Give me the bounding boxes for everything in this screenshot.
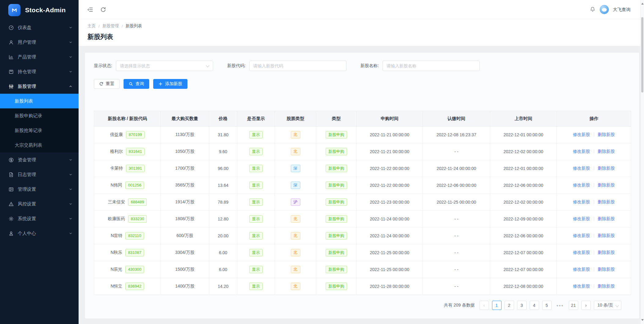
add-stock-button[interactable]: 添加新股: [153, 79, 187, 89]
scroll-up-arrow-icon[interactable]: [641, 2, 644, 5]
search-button[interactable]: 查询: [124, 79, 149, 89]
list-time-cell: 2022-12-02 00:00:00: [490, 143, 557, 160]
page-number-button[interactable]: 21: [569, 301, 578, 310]
table-row: N秋乐831087 3304/万股 6.00 显示 北 新股申购 2022-11…: [94, 244, 631, 261]
reload-icon[interactable]: [100, 6, 106, 13]
app-logo[interactable]: Stock-Admin: [0, 0, 79, 20]
delete-stock-link[interactable]: 删除新股: [598, 233, 615, 238]
max-quantity-cell: 3304/万股: [161, 244, 209, 261]
market-badge: 北: [291, 283, 300, 290]
page-number-button[interactable]: 2: [505, 301, 514, 310]
gear-icon: [9, 216, 14, 221]
delete-stock-link[interactable]: 删除新股: [598, 132, 615, 137]
edit-stock-link[interactable]: 修改新股: [573, 166, 590, 171]
price-cell: 78.89: [209, 194, 237, 211]
visible-badge: 显示: [249, 266, 263, 273]
apply-time-cell: 2022-11-22 00:00:00: [357, 177, 423, 194]
stock-name: N恒立: [111, 284, 122, 288]
prev-page-button[interactable]: ‹: [479, 301, 489, 310]
next-page-button[interactable]: ›: [581, 301, 591, 310]
menu-fold-icon[interactable]: [87, 6, 94, 13]
table-row: 三未信安688489 1914/万股 78.89 显示 沪 新股申购 2022-…: [94, 194, 631, 211]
filter-bar: 显示状态: 新股代码: 新股名称:: [94, 61, 480, 71]
total-count: 共有 209 条数据: [444, 303, 475, 308]
table-row: 欧康医药833230 1808/万股 12.80 显示 北 新股申购 2022-…: [94, 211, 631, 228]
reset-button[interactable]: 重置: [94, 79, 120, 89]
page-size-select[interactable]: 10 条/页: [594, 301, 621, 310]
delete-stock-link[interactable]: 删除新股: [598, 149, 615, 154]
col-header-market: 股票类型: [275, 111, 316, 126]
edit-stock-link[interactable]: 修改新股: [573, 199, 590, 204]
new-stock-submenu: 新股列表 新股申购记录 新股抢筹记录 大宗交易列表: [0, 94, 79, 153]
page-number-button[interactable]: 5: [542, 301, 552, 310]
edit-stock-link[interactable]: 修改新股: [573, 149, 590, 154]
table-row: 卡莱特301391 1700/万股 96.00 显示 深 新股申购 2022-1…: [94, 160, 631, 177]
max-quantity-cell: 3565/万股: [161, 177, 209, 194]
bell-icon[interactable]: [590, 6, 596, 13]
sidebar-item-profile[interactable]: 个人中心: [0, 226, 79, 241]
stock-code-badge: 688489: [128, 198, 147, 206]
delete-stock-link[interactable]: 删除新股: [598, 183, 615, 187]
page-number-button[interactable]: 4: [530, 301, 539, 310]
max-quantity-cell: 600/万股: [161, 228, 209, 244]
sidebar-item-system-settings[interactable]: 系统设置: [0, 211, 79, 226]
stock-name: 倍益康: [110, 132, 123, 137]
edit-stock-link[interactable]: 修改新股: [573, 250, 590, 255]
chevron-down-icon: [69, 158, 72, 162]
sidebar-item-risk-settings[interactable]: 风控设置: [0, 197, 79, 211]
delete-stock-link[interactable]: 删除新股: [598, 199, 615, 204]
chevron-down-icon: [69, 55, 72, 59]
breadcrumb-separator: /: [98, 24, 100, 28]
edit-stock-link[interactable]: 修改新股: [573, 183, 590, 187]
breadcrumb-new-stock-mgmt[interactable]: 新股管理: [102, 23, 119, 29]
page-number-button[interactable]: 3: [517, 301, 527, 310]
avatar[interactable]: [600, 5, 609, 14]
sidebar-item-dashboard[interactable]: 仪表盘: [0, 20, 79, 35]
submenu-item-block-trade-list[interactable]: 大宗交易列表: [0, 138, 79, 153]
delete-stock-link[interactable]: 删除新股: [598, 216, 615, 221]
sidebar-item-new-stock[interactable]: 新股管理: [0, 79, 79, 94]
page-number-button[interactable]: 1: [492, 301, 502, 310]
stock-name: N辰光: [111, 267, 122, 272]
vertical-scrollbar[interactable]: [640, 0, 644, 324]
page-number-button[interactable]: ●●●: [555, 301, 566, 310]
chevron-down-icon: [69, 26, 72, 29]
submenu-item-grab-records[interactable]: 新股抢筹记录: [0, 123, 79, 138]
stock-name-input[interactable]: [383, 61, 480, 71]
user-name[interactable]: 大飞查询: [613, 7, 631, 13]
market-badge: 深: [291, 182, 300, 189]
action-divider: [594, 251, 594, 254]
delete-stock-link[interactable]: 删除新股: [598, 166, 615, 171]
submenu-item-new-stock-list[interactable]: 新股列表: [0, 94, 79, 108]
sidebar-item-funds[interactable]: 资金管理: [0, 153, 79, 167]
delete-stock-link[interactable]: 删除新股: [598, 267, 615, 272]
action-divider: [594, 284, 594, 288]
edit-stock-link[interactable]: 修改新股: [573, 267, 590, 272]
status-select[interactable]: [116, 61, 213, 71]
file-icon: [9, 172, 14, 177]
sidebar-item-logs[interactable]: 日志管理: [0, 167, 79, 182]
type-badge: 新股申购: [326, 232, 347, 240]
edit-stock-link[interactable]: 修改新股: [573, 132, 590, 137]
scrollbar-thumb[interactable]: [641, 17, 643, 92]
stock-name: 欧康医药: [108, 216, 125, 221]
edit-stock-link[interactable]: 修改新股: [573, 216, 590, 221]
delete-stock-link[interactable]: 删除新股: [598, 250, 615, 255]
max-quantity-cell: 1130/万股: [161, 126, 209, 143]
edit-stock-link[interactable]: 修改新股: [573, 233, 590, 238]
sidebar-item-admin-settings[interactable]: 管理设置: [0, 182, 79, 197]
delete-stock-link[interactable]: 删除新股: [598, 284, 615, 288]
edit-stock-link[interactable]: 修改新股: [573, 284, 590, 288]
stock-code-input[interactable]: [249, 61, 346, 71]
sidebar-item-users[interactable]: 用户管理: [0, 35, 79, 50]
scroll-down-arrow-icon[interactable]: [641, 319, 644, 322]
sidebar-item-products[interactable]: 产品管理: [0, 50, 79, 64]
col-header-price: 价格: [209, 111, 237, 126]
apply-time-cell: 2022-11-24 00:00:00: [357, 211, 423, 228]
sidebar-item-positions[interactable]: 持仓管理: [0, 64, 79, 79]
submenu-item-subscribe-records[interactable]: 新股申购记录: [0, 108, 79, 123]
breadcrumb-home[interactable]: 主页: [87, 23, 96, 29]
table-row: N辰光430300 1500/万股 6.00 显示 北 新股申购 2022-11…: [94, 261, 631, 278]
col-header-type: 类型: [316, 111, 357, 126]
refresh-icon: [99, 82, 103, 86]
